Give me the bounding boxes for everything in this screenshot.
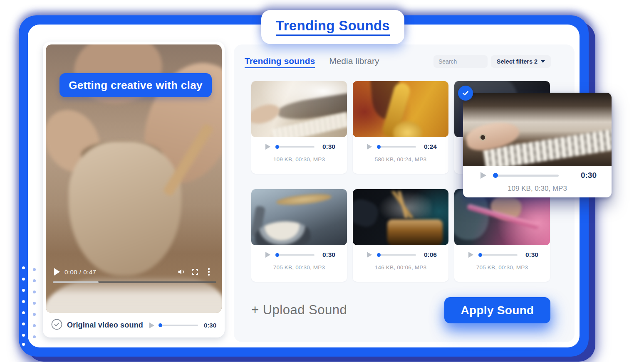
original-sound-slider[interactable] (159, 323, 198, 328)
apply-sound-button[interactable]: Apply Sound (444, 297, 550, 323)
chevron-down-icon (541, 60, 545, 63)
sound-card-snare-drum[interactable]: 0:06 146 KB, 00:06, MP3 (353, 189, 448, 282)
play-icon[interactable] (481, 172, 486, 179)
snare-drum-thumbnail (353, 189, 448, 245)
trending-sounds-mockup: Trending Sounds Getting creative with cl… (0, 0, 644, 362)
popup-duration: 0:30 (581, 171, 597, 180)
sound-file-info: 705 KB, 00:30, MP3 (454, 264, 550, 271)
sound-progress-slider[interactable] (377, 253, 416, 257)
video-caption-pill: Getting creative with clay (59, 73, 212, 97)
play-icon[interactable] (367, 252, 372, 258)
apply-sound-label: Apply Sound (461, 304, 534, 317)
original-sound-duration: 0:30 (204, 322, 216, 329)
sound-mini-player: 0:06 (353, 245, 448, 264)
title-banner: Trending Sounds (261, 10, 404, 44)
video-progress-played (53, 281, 99, 283)
checkmark-circle-icon[interactable] (51, 319, 62, 332)
sound-duration: 0:30 (525, 251, 538, 259)
sound-duration: 0:24 (424, 143, 437, 150)
sound-card-saxophone[interactable]: 0:24 580 KB, 00:24, MP3 (353, 81, 448, 174)
sound-file-info: 705 KB, 00:30, MP3 (251, 264, 347, 271)
sound-progress-slider[interactable] (275, 145, 315, 149)
play-icon[interactable] (265, 252, 270, 258)
popup-mini-player: 0:30 (463, 166, 612, 185)
sound-progress-slider[interactable] (275, 253, 315, 257)
sound-mini-player: 0:30 (251, 137, 347, 156)
video-controls: 0:00 / 0:47 (49, 266, 219, 278)
drum-kit-thumbnail (251, 189, 347, 245)
popup-progress-slider[interactable] (493, 173, 559, 178)
select-filters-label: Select filters 2 (497, 58, 537, 65)
sound-card-piano[interactable]: 0:30 109 KB, 00:30, MP3 (251, 81, 347, 174)
sound-progress-slider[interactable] (478, 253, 518, 257)
sound-duration: 0:06 (424, 251, 437, 259)
search-input[interactable] (433, 55, 488, 68)
sound-mini-player: 0:30 (454, 245, 550, 264)
video-preview-card: Getting creative with clay 0:00 / 0:47 (43, 42, 225, 337)
video-time-label: 0:00 / 0:47 (64, 268, 96, 276)
page-title: Trending Sounds (276, 18, 390, 36)
sound-file-info: 580 KB, 00:24, MP3 (353, 156, 448, 163)
sound-file-info: 109 KB, 00:30, MP3 (251, 156, 347, 163)
sound-card-drum-kit[interactable]: 0:30 705 KB, 00:30, MP3 (251, 189, 347, 282)
kebab-menu-icon[interactable] (204, 267, 213, 276)
saxophone-thumbnail (353, 81, 448, 137)
video-play-icon[interactable] (54, 268, 60, 276)
popup-file-info: 109 KB, 0:30, MP3 (463, 185, 612, 193)
sound-duration: 0:30 (322, 143, 335, 150)
fullscreen-icon[interactable] (191, 267, 200, 276)
sound-progress-slider[interactable] (377, 145, 416, 149)
select-filters-button[interactable]: Select filters 2 (491, 55, 551, 68)
sound-mini-player: 0:24 (353, 137, 448, 156)
flute-thumbnail (454, 189, 550, 245)
sound-duration: 0:30 (322, 251, 335, 259)
tab-trending-sounds[interactable]: Trending sounds (245, 56, 315, 68)
piano-preview-image (463, 93, 612, 166)
play-icon[interactable] (367, 144, 372, 150)
upload-sound-button[interactable]: + Upload Sound (251, 303, 347, 318)
video-player[interactable]: Getting creative with clay 0:00 / 0:47 (46, 44, 222, 313)
video-progress-bar[interactable] (53, 281, 216, 283)
play-icon[interactable] (149, 323, 154, 328)
sound-card-flute[interactable]: 0:30 705 KB, 00:30, MP3 (454, 189, 550, 282)
library-tabs: Trending sounds Media library (245, 56, 379, 68)
sound-file-info: 146 KB, 00:06, MP3 (353, 264, 448, 271)
play-icon[interactable] (265, 144, 270, 150)
search-box (433, 55, 488, 68)
selected-sound-preview-popup: 0:30 109 KB, 0:30, MP3 (463, 93, 612, 197)
selected-check-icon[interactable] (458, 86, 473, 101)
video-caption-label: Getting creative with clay (69, 79, 202, 92)
original-sound-label: Original video sound (67, 321, 143, 330)
play-icon[interactable] (468, 252, 473, 258)
tab-media-library[interactable]: Media library (329, 56, 379, 66)
original-sound-row[interactable]: Original video sound 0:30 (43, 313, 225, 337)
piano-thumbnail (251, 81, 347, 137)
sound-mini-player: 0:30 (251, 245, 347, 264)
volume-icon[interactable] (177, 267, 186, 276)
